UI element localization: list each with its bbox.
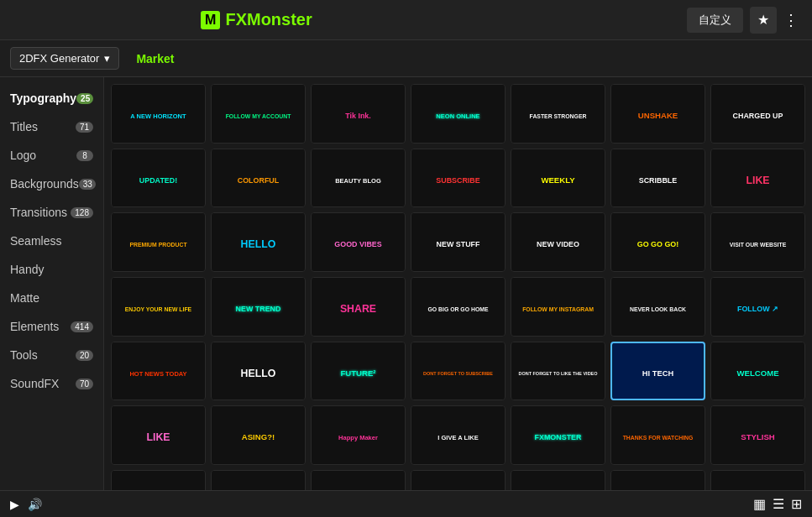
svg-text:SCRIBBLE: SCRIBBLE bbox=[639, 176, 678, 185]
grid-item[interactable]: FOLLOW MY ACCOUNT bbox=[211, 84, 306, 144]
list-view-icon[interactable]: ☰ bbox=[773, 496, 784, 512]
sidebar-label: Backgrounds bbox=[10, 177, 79, 191]
svg-text:A NEW HORIZONT: A NEW HORIZONT bbox=[130, 112, 186, 120]
grid-item[interactable]: FASTER STRONGER bbox=[511, 84, 605, 144]
grid-item[interactable]: Happy Maker bbox=[311, 405, 406, 465]
svg-rect-90 bbox=[412, 471, 505, 490]
header-actions: 自定义 ★ ⋮ bbox=[687, 7, 799, 34]
svg-text:LIKE: LIKE bbox=[146, 431, 170, 443]
sidebar-badge: 70 bbox=[76, 379, 93, 389]
grid-item[interactable]: CHARGED UP bbox=[710, 84, 805, 144]
grid-item[interactable]: ENJOY YOUR NEW LIFE bbox=[111, 277, 206, 337]
grid-item[interactable]: FUTURE² bbox=[311, 342, 406, 401]
svg-text:FUTURE²: FUTURE² bbox=[340, 368, 375, 378]
grid-item[interactable]: LIK IT LEAVE IT bbox=[511, 470, 605, 490]
grid-item[interactable]: NEW STORY bbox=[211, 470, 306, 490]
svg-text:COLORFUL: COLORFUL bbox=[238, 176, 280, 185]
grid-item[interactable]: FOLLOW ↗ bbox=[710, 277, 805, 337]
sidebar-item-seamless[interactable]: Seamless bbox=[0, 227, 103, 255]
grid-item[interactable]: LIKE bbox=[710, 149, 805, 208]
grid-item[interactable]: GO BIG OR GO HOME bbox=[411, 277, 506, 337]
grid-item[interactable]: HELLO bbox=[211, 342, 306, 401]
sidebar-item-handy[interactable]: Handy bbox=[0, 255, 103, 284]
grid-item[interactable]: FOLLOW MY INSTAGRAM bbox=[511, 277, 605, 337]
grid-item[interactable]: BEAUTY BLOG bbox=[311, 149, 406, 208]
grid-item[interactable]: COLORFUL bbox=[211, 149, 306, 208]
sidebar-item-tools[interactable]: Tools20 bbox=[0, 341, 103, 369]
grid-item[interactable]: A NEW HORIZONT bbox=[111, 84, 206, 144]
sidebar-item-transitions[interactable]: Transitions128 bbox=[0, 198, 103, 227]
sidebar-item-typography[interactable]: Typography25 bbox=[0, 84, 103, 112]
grid-item[interactable]: BEST CHANNEL bbox=[610, 470, 705, 490]
favorite-button[interactable]: ★ bbox=[750, 7, 777, 34]
grid-item[interactable]: ASING?! bbox=[211, 405, 306, 465]
grid-item[interactable]: LIKE bbox=[111, 405, 206, 465]
grid-item[interactable]: THANKS FOR WATCHING bbox=[610, 405, 705, 465]
grid-item[interactable]: VISIT OUR WEBSITE bbox=[710, 212, 805, 272]
grid-item[interactable]: SCRIBBLE bbox=[610, 149, 705, 208]
sidebar-item-soundfx[interactable]: SoundFX70 bbox=[0, 369, 103, 398]
svg-text:NEW TREND: NEW TREND bbox=[236, 305, 281, 313]
grid-item[interactable]: PRETTY THINGS bbox=[710, 470, 805, 490]
grid-item[interactable]: PREMIUM PRODUCT bbox=[111, 212, 206, 272]
svg-text:WELCOME: WELCOME bbox=[736, 368, 779, 378]
grid-item[interactable]: DONT FORGET TO SUBSCRIBE bbox=[411, 342, 506, 401]
grid-item[interactable]: FXMONSTER bbox=[511, 405, 605, 465]
sidebar-badge: 128 bbox=[71, 207, 93, 218]
volume-icon[interactable]: 🔊 bbox=[28, 498, 42, 511]
main-content: Typography25Titles71Logo8Backgrounds33Tr… bbox=[0, 77, 812, 490]
market-tab[interactable]: Market bbox=[129, 49, 181, 69]
sidebar-label: Matte bbox=[10, 291, 39, 305]
svg-text:VISIT OUR WEBSITE: VISIT OUR WEBSITE bbox=[730, 242, 787, 248]
grid-item[interactable]: STYLISH bbox=[710, 405, 805, 465]
grid-item[interactable]: NEW COMPANY... bbox=[311, 470, 406, 490]
grid-item[interactable]: NEW TREND bbox=[211, 277, 306, 337]
svg-text:NEW STUFF: NEW STUFF bbox=[437, 240, 481, 248]
svg-text:GOOD VIBES: GOOD VIBES bbox=[334, 240, 381, 248]
grid-item[interactable]: WEEKLY bbox=[511, 149, 605, 208]
large-grid-icon[interactable]: ⊞ bbox=[791, 496, 802, 512]
grid-item[interactable]: BEAUTY bbox=[411, 470, 506, 490]
play-icon[interactable]: ▶ bbox=[10, 498, 19, 511]
generator-label: 2DFX Generator bbox=[19, 52, 99, 65]
sidebar-label: Transitions bbox=[10, 206, 67, 219]
items-grid: A NEW HORIZONTFOLLOW MY ACCOUNTTik Ink.N… bbox=[111, 84, 805, 490]
grid-item[interactable]: SUBSCRIBE bbox=[411, 149, 506, 208]
grid-item[interactable]: HOT NEWS TODAY bbox=[111, 342, 206, 401]
grid-view-icon[interactable]: ▦ bbox=[753, 496, 766, 512]
svg-text:NEVER LOOK BACK: NEVER LOOK BACK bbox=[630, 306, 686, 311]
sidebar-item-logo[interactable]: Logo8 bbox=[0, 141, 103, 170]
generator-dropdown[interactable]: 2DFX Generator ▾ bbox=[10, 47, 119, 70]
grid-item[interactable]: DONT FORGET TO LIKE THE VIDEO bbox=[511, 342, 605, 401]
grid-item[interactable]: GO GO GO! bbox=[610, 212, 705, 272]
customize-button[interactable]: 自定义 bbox=[687, 8, 743, 33]
sidebar-item-elements[interactable]: Elements414 bbox=[0, 312, 103, 341]
grid-item[interactable]: NEON ONLINE bbox=[411, 84, 506, 144]
more-options-button[interactable]: ⋮ bbox=[783, 11, 799, 29]
sidebar-item-titles[interactable]: Titles71 bbox=[0, 112, 103, 141]
footer-view-options: ▦ ☰ ⊞ bbox=[753, 496, 802, 512]
grid-item[interactable]: UNSHAKE bbox=[610, 84, 705, 144]
grid-item[interactable]: GOOD VIBES bbox=[311, 212, 406, 272]
svg-rect-96 bbox=[712, 471, 804, 490]
svg-text:FXMONSTER: FXMONSTER bbox=[535, 433, 582, 441]
grid-item[interactable]: WELCOME bbox=[710, 342, 805, 401]
grid-item[interactable]: Your Text Here bbox=[111, 470, 206, 490]
grid-item[interactable]: HELLO bbox=[211, 212, 306, 272]
grid-item[interactable]: NEW STUFF bbox=[411, 212, 506, 272]
grid-item[interactable]: Tik Ink. bbox=[311, 84, 406, 144]
grid-item[interactable]: HI TECH bbox=[610, 342, 705, 401]
grid-item[interactable]: SHARE bbox=[311, 277, 406, 337]
grid-item[interactable]: NEW VIDEO bbox=[511, 212, 605, 272]
sidebar-item-matte[interactable]: Matte bbox=[0, 284, 103, 312]
svg-text:FASTER STRONGER: FASTER STRONGER bbox=[530, 113, 587, 119]
sidebar-item-backgrounds[interactable]: Backgrounds33 bbox=[0, 170, 103, 198]
sidebar-label: Titles bbox=[10, 120, 38, 133]
sidebar-label: Logo bbox=[10, 149, 36, 162]
svg-text:I GIVE A LIKE: I GIVE A LIKE bbox=[437, 434, 478, 441]
sidebar-badge: 33 bbox=[79, 179, 96, 190]
logo-area: M FXMonster bbox=[201, 10, 312, 29]
grid-item[interactable]: NEVER LOOK BACK bbox=[610, 277, 705, 337]
grid-item[interactable]: I GIVE A LIKE bbox=[411, 405, 506, 465]
grid-item[interactable]: UPDATED! bbox=[111, 149, 206, 208]
